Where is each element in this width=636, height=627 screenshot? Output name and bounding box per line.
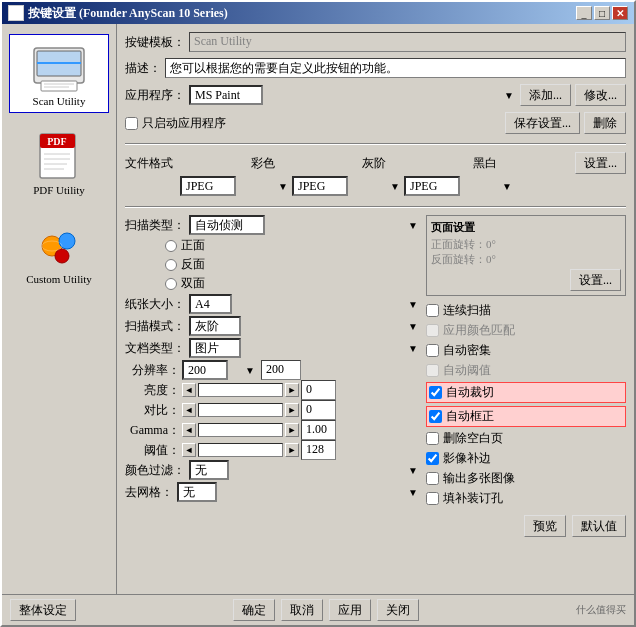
save-settings-button[interactable]: 保存设置...: [505, 112, 580, 134]
gray-format-dropdown[interactable]: JPEG: [292, 176, 348, 196]
double-radio[interactable]: [165, 278, 177, 290]
gamma-slider[interactable]: [198, 423, 283, 437]
doc-type-dropdown[interactable]: 图片: [189, 338, 241, 358]
divider2: [125, 206, 626, 208]
dense-row: 自动密集: [426, 342, 626, 359]
brightness-row: 亮度： ◄ ► 0: [125, 380, 420, 400]
auto-crop-label: 自动裁切: [446, 384, 494, 401]
remove-blank-label: 删除空白页: [443, 430, 503, 447]
front-radio[interactable]: [165, 240, 177, 252]
resolution-label: 分辨率：: [125, 362, 180, 379]
overall-settings-button[interactable]: 整体设定: [10, 599, 76, 621]
ok-button[interactable]: 确定: [233, 599, 275, 621]
pdf-utility-label: PDF Utility: [33, 184, 85, 196]
threshold-left-btn[interactable]: ◄: [182, 443, 196, 457]
main-panel: 按键模板： Scan Utility 描述： 您可以根据您的需要自定义此按钮的功…: [117, 24, 634, 594]
radio-group: 正面 反面 双面: [125, 237, 420, 292]
threshold2-checkbox[interactable]: [426, 364, 439, 377]
gamma-field: 1.00: [301, 420, 336, 440]
descreen-dropdown[interactable]: 无: [177, 482, 217, 502]
gamma-left-btn[interactable]: ◄: [182, 423, 196, 437]
paper-size-dropdown[interactable]: A4: [189, 294, 232, 314]
color-filter-row: 颜色过滤： 无 ▼: [125, 460, 420, 480]
minimize-button[interactable]: _: [576, 6, 592, 20]
dense-checkbox[interactable]: [426, 344, 439, 357]
color-filter-arrow: ▼: [408, 465, 418, 476]
resolution-field2[interactable]: 200: [261, 360, 301, 380]
svg-text:PDF: PDF: [47, 136, 66, 147]
watermark: 什么值得买: [576, 603, 626, 617]
contrast-right-btn[interactable]: ►: [285, 403, 299, 417]
gamma-right-btn[interactable]: ►: [285, 423, 299, 437]
template-value: Scan Utility: [194, 34, 252, 48]
scan-mode-dropdown[interactable]: 灰阶: [189, 316, 241, 336]
threshold-label: 阈值：: [125, 442, 180, 459]
brightness-slider[interactable]: [198, 383, 283, 397]
only-launch-checkbox[interactable]: [125, 117, 138, 130]
page-settings-button[interactable]: 设置...: [570, 269, 621, 291]
cancel-button[interactable]: 取消: [281, 599, 323, 621]
sidebar-item-pdf-utility[interactable]: PDF PDF Utility: [9, 123, 109, 202]
apply-button[interactable]: 应用: [329, 599, 371, 621]
image-comp-checkbox[interactable]: [426, 452, 439, 465]
back-radio[interactable]: [165, 259, 177, 271]
remove-blank-checkbox[interactable]: [426, 432, 439, 445]
sidebar-item-custom-utility[interactable]: Custom Utility: [9, 212, 109, 291]
gray-label: 灰阶: [362, 155, 386, 172]
preview-button[interactable]: 预览: [524, 515, 566, 537]
front-label: 正面: [181, 237, 205, 254]
file-format-section: 文件格式 彩色 灰阶 黑白 设置... JPEG ▼: [125, 152, 626, 196]
resolution-arrow: ▼: [245, 365, 255, 376]
image-comp-label: 影像补边: [443, 450, 491, 467]
threshold-slider[interactable]: [198, 443, 283, 457]
contrast-left-btn[interactable]: ◄: [182, 403, 196, 417]
scan-mode-label: 扫描模式：: [125, 318, 185, 335]
auto-crop-checkbox[interactable]: [429, 386, 442, 399]
color-format-dropdown[interactable]: JPEG: [180, 176, 236, 196]
color-match-checkbox[interactable]: [426, 324, 439, 337]
sidebar: Scan Utility PDF PDF Utility: [2, 24, 117, 594]
brightness-right-btn[interactable]: ►: [285, 383, 299, 397]
continuous-scan-row: 连续扫描: [426, 302, 626, 319]
fill-holes-row: 填补装订孔: [426, 490, 626, 507]
paper-size-arrow: ▼: [408, 299, 418, 310]
scan-type-dropdown[interactable]: 自动侦测: [189, 215, 265, 235]
color-match-row: 应用颜色匹配: [426, 322, 626, 339]
color-filter-dropdown[interactable]: 无: [189, 460, 229, 480]
color-match-label: 应用颜色匹配: [443, 322, 515, 339]
front-radio-row: 正面: [165, 237, 420, 254]
bw-format-dropdown[interactable]: JPEG: [404, 176, 460, 196]
brightness-left-btn[interactable]: ◄: [182, 383, 196, 397]
auto-correct-checkbox[interactable]: [429, 410, 442, 423]
default-button[interactable]: 默认值: [572, 515, 626, 537]
close-button[interactable]: ✕: [612, 6, 628, 20]
app-dropdown[interactable]: MS Paint: [189, 85, 263, 105]
color-label: 彩色: [251, 155, 275, 172]
add-button[interactable]: 添加...: [520, 84, 571, 106]
maximize-button[interactable]: □: [594, 6, 610, 20]
fill-holes-checkbox[interactable]: [426, 492, 439, 505]
format-settings-button[interactable]: 设置...: [575, 152, 626, 174]
auto-correct-row: 自动框正: [426, 406, 626, 427]
modify-button[interactable]: 修改...: [575, 84, 626, 106]
contrast-slider[interactable]: [198, 403, 283, 417]
multi-image-checkbox[interactable]: [426, 472, 439, 485]
pdf-utility-icon: PDF: [29, 129, 89, 184]
sidebar-item-scan-utility[interactable]: Scan Utility: [9, 34, 109, 113]
continuous-scan-checkbox[interactable]: [426, 304, 439, 317]
title-bar: 按键设置 (Founder AnyScan 10 Series) _ □ ✕: [2, 2, 634, 24]
two-panel: 扫描类型： 自动侦测 ▼ 正面: [125, 215, 626, 537]
threshold-right-btn[interactable]: ►: [285, 443, 299, 457]
app-row: 应用程序： MS Paint ▼ 添加... 修改...: [125, 84, 626, 106]
close-dialog-button[interactable]: 关闭: [377, 599, 419, 621]
description-row: 描述： 您可以根据您的需要自定义此按钮的功能。: [125, 58, 626, 78]
page-settings-title: 页面设置: [431, 220, 621, 235]
launch-row: 只启动应用程序 保存设置... 删除: [125, 112, 626, 134]
description-value: 您可以根据您的需要自定义此按钮的功能。: [170, 61, 398, 75]
delete-button[interactable]: 删除: [584, 112, 626, 134]
resolution-dropdown[interactable]: 200: [182, 360, 228, 380]
contrast-field: 0: [301, 400, 336, 420]
svg-point-14: [59, 233, 75, 249]
right-checkboxes: 连续扫描 应用颜色匹配 自动密集 自动阈值: [426, 302, 626, 507]
continuous-scan-label: 连续扫描: [443, 302, 491, 319]
